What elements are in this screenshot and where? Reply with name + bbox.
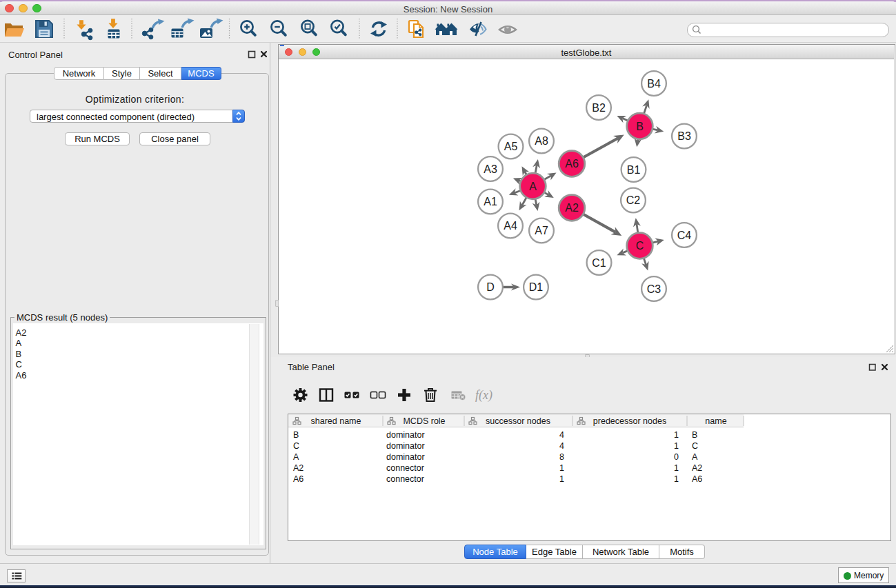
svg-text:1: 1 [674,463,679,473]
svg-text:A6: A6 [293,474,303,484]
svg-text:C2: C2 [626,194,640,206]
svg-text:C4: C4 [677,230,691,241]
svg-text:C1: C1 [592,257,606,269]
svg-text:A6: A6 [565,158,579,170]
svg-text:B2: B2 [592,102,606,114]
svg-text:A5: A5 [504,141,517,152]
svg-text:dominator: dominator [386,430,425,440]
svg-text:A1: A1 [484,196,497,207]
svg-text:A2: A2 [293,463,303,473]
svg-text:shared name: shared name [310,416,361,425]
svg-text:1: 1 [674,430,679,440]
svg-text:name: name [705,416,726,425]
svg-text:D: D [486,281,495,293]
svg-text:predecessor nodes: predecessor nodes [593,416,666,425]
svg-text:connector: connector [386,474,424,484]
svg-text:4: 4 [559,441,564,451]
svg-text:connector: connector [386,463,424,473]
svg-text:A3: A3 [484,163,497,175]
svg-text:4: 4 [559,430,564,440]
svg-text:1: 1 [559,474,564,484]
svg-text:f(x): f(x) [475,388,492,403]
svg-text:MCDS role: MCDS role [403,416,445,425]
svg-text:A: A [529,181,537,192]
svg-text:C: C [692,441,698,451]
svg-text:B1: B1 [626,164,640,176]
svg-text:A7: A7 [535,225,548,236]
svg-text:A: A [692,452,698,462]
svg-text:B: B [293,430,299,440]
svg-text:1: 1 [559,463,564,473]
svg-text:A6: A6 [692,474,702,484]
svg-text:C: C [635,240,644,252]
svg-text:A: A [293,452,299,462]
svg-text:C: C [293,441,299,451]
svg-text:A2: A2 [565,202,579,214]
svg-text:8: 8 [559,452,564,462]
svg-text:A8: A8 [535,135,548,147]
svg-text:B: B [692,430,697,440]
svg-text:B3: B3 [677,130,691,142]
svg-text:B4: B4 [647,78,661,90]
svg-text:dominator: dominator [386,441,425,451]
svg-text:A4: A4 [504,220,517,232]
svg-text:D1: D1 [528,281,543,293]
svg-text:A2: A2 [692,463,702,473]
svg-text:dominator: dominator [386,452,425,462]
svg-text:0: 0 [674,452,679,462]
svg-text:B: B [636,121,644,132]
svg-text:1: 1 [674,474,679,484]
svg-text:successor nodes: successor nodes [486,416,550,425]
svg-text:1: 1 [674,441,679,451]
svg-text:C3: C3 [646,283,661,295]
